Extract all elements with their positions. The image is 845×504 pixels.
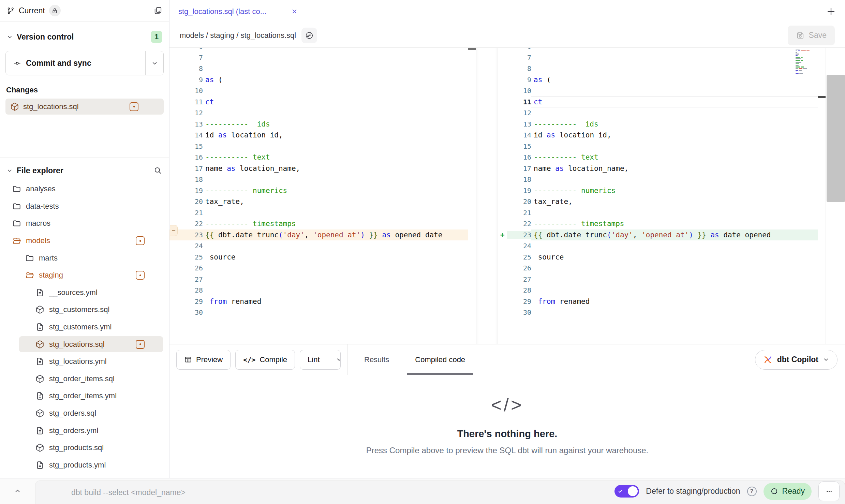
search-icon[interactable] (153, 166, 162, 175)
compile-button[interactable]: </> Compile (235, 350, 295, 370)
code-line-18-left[interactable]: 18 (169, 174, 468, 185)
code-line-11-left[interactable]: 11ct (169, 97, 468, 108)
file-tree-item-macros[interactable]: macros (0, 215, 169, 232)
file-tree-item-models[interactable]: models (0, 232, 169, 250)
code-line-30-right[interactable]: 30 (498, 307, 818, 318)
file-tree-item-stg_order_items.sql[interactable]: stg_order_items.sql (0, 370, 169, 388)
code-line-9-left[interactable]: 9as ( (169, 74, 468, 86)
lint-label[interactable]: Lint (300, 350, 327, 369)
save-button[interactable]: Save (788, 26, 835, 45)
code-line-17-right[interactable]: 17name as location_name, (498, 163, 818, 174)
code-line-7-right[interactable]: 7 (498, 52, 818, 63)
code-line-21-left[interactable]: 21 (169, 207, 468, 219)
commit-options-chevron[interactable] (146, 51, 163, 75)
code-line-11-right[interactable]: 11ct (498, 97, 818, 108)
code-line-15-right[interactable]: 15 (498, 141, 818, 152)
file-tree-item-analyses[interactable]: analyses (0, 180, 169, 198)
file-tree-item-__sources.yml[interactable]: __sources.yml (0, 284, 169, 301)
file-tree-item-stg_locations.yml[interactable]: stg_locations.yml (0, 353, 169, 370)
code-line-12-left[interactable]: 12 (169, 107, 468, 119)
lineage-button[interactable] (301, 28, 317, 43)
diff-pane-original[interactable]: 6789as (1011ct1213---------- ids14id as … (169, 48, 468, 344)
code-line-17-left[interactable]: 17name as location_name, (169, 163, 468, 174)
close-tab-icon[interactable] (291, 8, 298, 15)
code-line-8-left[interactable]: 8 (169, 63, 468, 74)
code-line-26-left[interactable]: 26 (169, 263, 468, 274)
code-line-18-right[interactable]: 18 (498, 174, 818, 185)
code-line-29-left[interactable]: 29 from renamed (169, 296, 468, 307)
file-tree-item-stg_locations.sql[interactable]: stg_locations.sql (0, 336, 169, 353)
file-tree-item-staging[interactable]: staging (0, 267, 169, 284)
code-line-10-right[interactable]: 10 (498, 85, 818, 97)
collapse-command-bar-button[interactable] (0, 478, 35, 504)
code-line-22-right[interactable]: 22---------- timestamps (498, 218, 818, 229)
right-pane-scroll-thumb[interactable] (818, 96, 826, 98)
code-line-14-left[interactable]: 14id as location_id, (169, 130, 468, 141)
page-scrollbar[interactable] (826, 48, 845, 344)
code-line-24-right[interactable]: 24 (498, 240, 818, 252)
code-line-16-left[interactable]: 16---------- text (169, 152, 468, 163)
code-line-28-right[interactable]: 28 (498, 285, 818, 296)
sidebar-resize-handle[interactable]: − (170, 225, 178, 236)
code-line-14-right[interactable]: 14id as location_id, (498, 130, 818, 141)
branch-name[interactable]: Current (19, 6, 45, 15)
code-line-13-left[interactable]: 13---------- ids (169, 119, 468, 130)
file-tree-item-stg_products.sql[interactable]: stg_products.sql (0, 439, 169, 457)
code-line-23-right[interactable]: +23{{ dbt.date_trunc('day', 'opened_at')… (498, 229, 818, 241)
left-pane-scroll-thumb[interactable] (468, 48, 476, 50)
code-line-9-right[interactable]: 9as ( (498, 74, 818, 86)
file-tree-item-marts[interactable]: marts (0, 249, 169, 267)
code-line-6-left[interactable]: 6 (169, 48, 468, 52)
file-tree-item-stg_customers.sql[interactable]: stg_customers.sql (0, 301, 169, 318)
code-minimap[interactable] (796, 48, 817, 75)
lint-options-chevron[interactable] (336, 350, 341, 369)
right-pane-scrollbar[interactable] (818, 48, 826, 344)
code-line-25-left[interactable]: 25 source (169, 252, 468, 263)
tab-compiled-code[interactable]: Compiled code (415, 344, 465, 375)
code-line-30-left[interactable]: 30 (169, 307, 468, 318)
version-control-header[interactable]: Version control 1 (5, 28, 164, 46)
code-line-29-right[interactable]: 29 from renamed (498, 296, 818, 307)
help-question-icon[interactable]: ? (747, 487, 757, 496)
code-line-26-right[interactable]: 26 (498, 263, 818, 274)
file-tree-item-stg_customers.yml[interactable]: stg_customers.yml (0, 318, 169, 336)
dbt-copilot-button[interactable]: dbt Copilot (755, 350, 837, 370)
code-line-27-left[interactable]: 27 (169, 274, 468, 285)
left-pane-scrollbar[interactable] (468, 48, 476, 344)
file-tree-item-stg_order_items.yml[interactable]: stg_order_items.yml (0, 387, 169, 405)
code-line-20-right[interactable]: 20tax_rate, (498, 196, 818, 207)
code-line-23-left[interactable]: −23{{ dbt.date_trunc('day', 'opened_at')… (169, 229, 468, 241)
code-line-20-left[interactable]: 20tax_rate, (169, 196, 468, 207)
tab-results[interactable]: Results (364, 344, 389, 375)
file-tree-item-data-tests[interactable]: data-tests (0, 198, 169, 215)
code-line-28-left[interactable]: 28 (169, 285, 468, 296)
code-line-15-left[interactable]: 15 (169, 141, 468, 152)
code-line-12-right[interactable]: 12 (498, 107, 818, 119)
file-tree-item-stg_orders.yml[interactable]: stg_orders.yml (0, 422, 169, 439)
file-tree-item-stg_orders.sql[interactable]: stg_orders.sql (0, 405, 169, 422)
code-line-22-left[interactable]: 22---------- timestamps (169, 218, 468, 229)
duplicate-files-icon[interactable] (153, 6, 162, 15)
diff-pane-modified[interactable]: 6789as (1011ct1213---------- ids14id as … (498, 48, 818, 344)
code-line-19-right[interactable]: 19---------- numerics (498, 185, 818, 196)
commit-and-sync-main[interactable]: Commit and sync (6, 51, 145, 75)
code-line-21-right[interactable]: 21 (498, 207, 818, 219)
code-line-10-left[interactable]: 10 (169, 85, 468, 97)
code-line-13-right[interactable]: 13---------- ids (498, 119, 818, 130)
tab-stg-locations[interactable]: stg_locations.sql (last co... (169, 0, 307, 23)
code-line-19-left[interactable]: 19---------- numerics (169, 185, 468, 196)
file-explorer-header[interactable]: File explorer (0, 161, 169, 180)
changed-file-row[interactable]: stg_locations.sql (5, 99, 164, 115)
code-line-16-right[interactable]: 16---------- text (498, 152, 818, 163)
page-scroll-thumb[interactable] (827, 75, 845, 202)
code-line-24-left[interactable]: 24 (169, 240, 468, 252)
new-tab-plus-icon[interactable] (826, 6, 836, 17)
commit-and-sync-button[interactable]: Commit and sync (5, 51, 164, 75)
preview-button[interactable]: Preview (176, 350, 231, 370)
status-ready-badge[interactable]: Ready (764, 483, 812, 500)
defer-toggle[interactable] (614, 485, 639, 498)
code-line-25-right[interactable]: 25 source (498, 252, 818, 263)
lint-split-button[interactable]: Lint (300, 350, 341, 370)
code-line-6-right[interactable]: 6 (498, 48, 818, 52)
file-tree-item-stg_products.yml[interactable]: stg_products.yml (0, 457, 169, 474)
